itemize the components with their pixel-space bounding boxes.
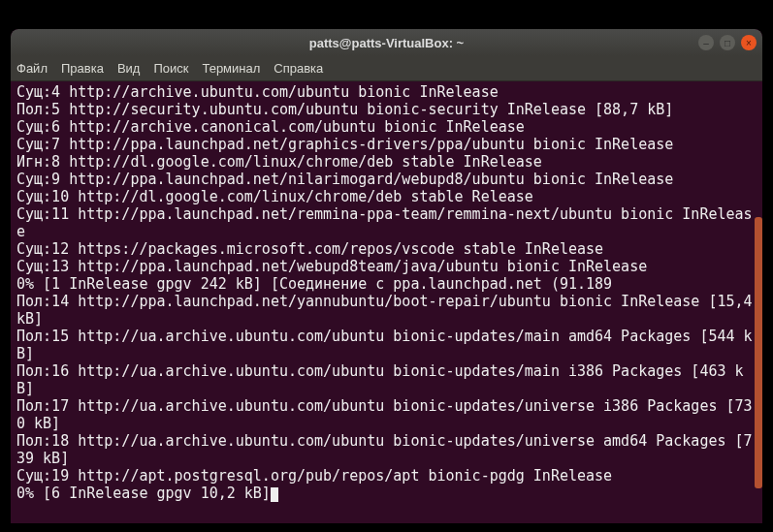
- menubar: Файл Правка Вид Поиск Терминал Справка: [11, 56, 762, 81]
- close-button[interactable]: ×: [741, 35, 757, 50]
- output-line: Сущ:13 http://ppa.launchpad.net/webupd8t…: [16, 258, 757, 275]
- output-line: Пол:18 http://ua.archive.ubuntu.com/ubun…: [16, 432, 757, 467]
- scrollbar[interactable]: [755, 217, 762, 488]
- menu-view[interactable]: Вид: [117, 61, 141, 76]
- cursor: [271, 487, 278, 502]
- menu-file[interactable]: Файл: [16, 61, 48, 76]
- output-line: Сущ:11 http://ppa.launchpad.net/remmina-…: [16, 205, 757, 240]
- output-line: Сущ:6 http://archive.canonical.com/ubunt…: [16, 118, 757, 136]
- output-line: Пол:17 http://ua.archive.ubuntu.com/ubun…: [16, 397, 757, 432]
- output-line: 0% [6 InRelease gpgv 10,2 kB]: [16, 485, 757, 502]
- output-line: Сущ:9 http://ppa.launchpad.net/nilarimog…: [16, 171, 757, 188]
- output-line: Пол:14 http://ppa.launchpad.net/yannubun…: [16, 293, 757, 328]
- menu-search[interactable]: Поиск: [153, 61, 188, 76]
- output-line: Пол:15 http://ua.archive.ubuntu.com/ubun…: [16, 328, 757, 362]
- menu-terminal[interactable]: Терминал: [202, 61, 260, 76]
- output-line: Сущ:12 https://packages.microsoft.com/re…: [16, 240, 757, 258]
- menu-help[interactable]: Справка: [274, 61, 323, 76]
- output-line: Сущ:7 http://ppa.launchpad.net/graphics-…: [16, 136, 757, 153]
- terminal-output[interactable]: Сущ:4 http://archive.ubuntu.com/ubuntu b…: [11, 81, 762, 523]
- maximize-button[interactable]: □: [720, 35, 735, 50]
- output-line: Пол:5 http://security.ubuntu.com/ubuntu …: [16, 101, 757, 118]
- output-line: 0% [1 InRelease gpgv 242 kB] [Соединение…: [16, 275, 757, 293]
- window-title: patts@patts-VirtualBox: ~: [309, 36, 464, 50]
- output-line: Сущ:10 http://dl.google.com/linux/chrome…: [16, 188, 757, 205]
- output-line: Сущ:19 http://apt.postgresql.org/pub/rep…: [16, 467, 757, 485]
- terminal-window: patts@patts-VirtualBox: ~ – □ × Файл Пра…: [11, 29, 762, 523]
- minimize-button[interactable]: –: [698, 35, 714, 50]
- output-line: Игн:8 http://dl.google.com/linux/chrome/…: [16, 153, 757, 171]
- output-line: Пол:16 http://ua.archive.ubuntu.com/ubun…: [16, 362, 757, 397]
- titlebar[interactable]: patts@patts-VirtualBox: ~ – □ ×: [11, 29, 762, 56]
- window-buttons: – □ ×: [698, 35, 757, 50]
- menu-edit[interactable]: Правка: [61, 61, 104, 76]
- output-line: Сущ:4 http://archive.ubuntu.com/ubuntu b…: [16, 83, 757, 101]
